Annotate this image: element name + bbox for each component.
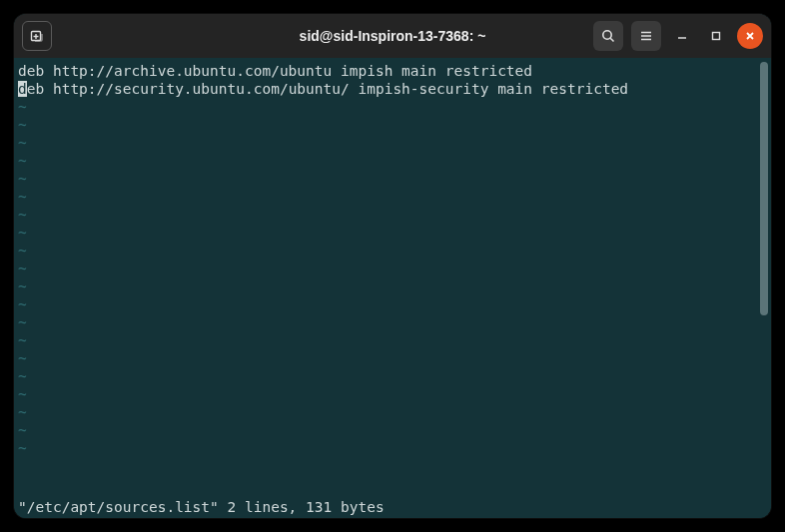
editor-content: deb http://archive.ubuntu.com/ubuntu imp… (18, 62, 771, 498)
hamburger-icon (638, 28, 654, 44)
empty-line-tilde: ~ (18, 152, 771, 170)
empty-line-tilde: ~ (18, 134, 771, 152)
svg-point-1 (603, 31, 611, 39)
empty-line-tilde: ~ (18, 188, 771, 206)
empty-line-tilde: ~ (18, 349, 771, 367)
new-tab-button[interactable] (22, 21, 52, 51)
close-icon (744, 30, 756, 42)
empty-line-tilde: ~ (18, 403, 771, 421)
empty-line-tilde: ~ (18, 242, 771, 260)
cursor: d (18, 81, 27, 97)
empty-line-tilde: ~ (18, 170, 771, 188)
empty-line-tilde: ~ (18, 295, 771, 313)
scrollbar-thumb[interactable] (760, 62, 768, 315)
empty-line-tilde: ~ (18, 439, 771, 457)
empty-line-tilde: ~ (18, 385, 771, 403)
terminal-window: sid@sid-Inspiron-13-7368: ~ (14, 14, 771, 518)
empty-line-tilde: ~ (18, 421, 771, 439)
editor-status-line: "/etc/apt/sources.list" 2 lines, 131 byt… (18, 498, 771, 516)
maximize-icon (710, 30, 722, 42)
empty-line-tilde: ~ (18, 331, 771, 349)
empty-line-tilde: ~ (18, 260, 771, 277)
new-tab-icon (29, 28, 45, 44)
close-button[interactable] (737, 23, 763, 49)
empty-line-tilde: ~ (18, 367, 771, 385)
editor-line: deb http://security.ubuntu.com/ubuntu/ i… (18, 80, 771, 98)
empty-line-tilde: ~ (18, 206, 771, 224)
menu-button[interactable] (631, 21, 661, 51)
terminal-viewport[interactable]: deb http://archive.ubuntu.com/ubuntu imp… (14, 58, 771, 518)
minimize-icon (676, 30, 688, 42)
editor-line: deb http://archive.ubuntu.com/ubuntu imp… (18, 62, 771, 80)
empty-line-tilde: ~ (18, 277, 771, 295)
search-icon (600, 28, 616, 44)
titlebar: sid@sid-Inspiron-13-7368: ~ (14, 14, 771, 58)
empty-line-tilde: ~ (18, 116, 771, 134)
empty-line-tilde: ~ (18, 224, 771, 242)
empty-line-tilde: ~ (18, 98, 771, 116)
minimize-button[interactable] (669, 23, 695, 49)
empty-line-tilde: ~ (18, 313, 771, 331)
titlebar-right (593, 21, 763, 51)
search-button[interactable] (593, 21, 623, 51)
maximize-button[interactable] (703, 23, 729, 49)
svg-rect-2 (713, 33, 720, 40)
